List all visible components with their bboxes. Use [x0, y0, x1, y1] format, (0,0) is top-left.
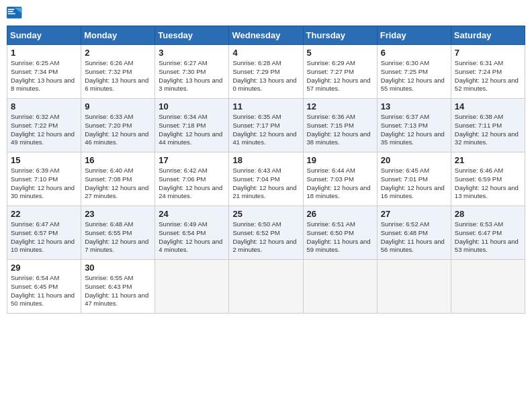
day-info: Sunrise: 6:45 AMSunset: 7:01 PMDaylight:… [381, 167, 447, 201]
calendar-week-row: 15Sunrise: 6:39 AMSunset: 7:10 PMDayligh… [7, 152, 525, 206]
day-number: 21 [455, 155, 521, 165]
day-info: Sunrise: 6:34 AMSunset: 7:18 PMDaylight:… [159, 113, 225, 147]
logo [7, 7, 26, 20]
day-info: Sunrise: 6:43 AMSunset: 7:04 PMDaylight:… [232, 167, 299, 201]
day-info: Sunrise: 6:39 AMSunset: 7:10 PMDaylight:… [11, 167, 77, 201]
day-info: Sunrise: 6:25 AMSunset: 7:34 PMDaylight:… [11, 59, 77, 93]
day-number: 14 [455, 101, 521, 111]
calendar-empty-cell [451, 260, 525, 314]
calendar-table: SundayMondayTuesdayWednesdayThursdayFrid… [7, 26, 525, 314]
calendar-day-cell: 7Sunrise: 6:31 AMSunset: 7:24 PMDaylight… [451, 45, 525, 99]
calendar-empty-cell [377, 260, 451, 314]
calendar-day-cell: 18Sunrise: 6:43 AMSunset: 7:04 PMDayligh… [229, 152, 303, 206]
day-number: 28 [455, 209, 521, 219]
calendar-header-tuesday: Tuesday [155, 26, 229, 45]
day-info: Sunrise: 6:48 AMSunset: 6:55 PMDaylight:… [85, 220, 151, 255]
calendar-day-cell: 5Sunrise: 6:29 AMSunset: 7:27 PMDaylight… [303, 45, 377, 99]
day-number: 2 [85, 48, 151, 58]
calendar-day-cell: 24Sunrise: 6:49 AMSunset: 6:54 PMDayligh… [155, 206, 229, 260]
day-number: 30 [85, 263, 151, 273]
day-info: Sunrise: 6:40 AMSunset: 7:08 PMDaylight:… [85, 167, 151, 201]
calendar-header-saturday: Saturday [451, 26, 525, 45]
calendar-header-row: SundayMondayTuesdayWednesdayThursdayFrid… [7, 26, 525, 45]
page-header [7, 7, 525, 20]
day-number: 13 [381, 101, 447, 111]
calendar-day-cell: 2Sunrise: 6:26 AMSunset: 7:32 PMDaylight… [81, 45, 155, 99]
calendar-empty-cell [229, 260, 303, 314]
day-number: 24 [159, 209, 225, 219]
calendar-day-cell: 8Sunrise: 6:32 AMSunset: 7:22 PMDaylight… [7, 99, 81, 152]
calendar-day-cell: 30Sunrise: 6:55 AMSunset: 6:43 PMDayligh… [81, 260, 155, 314]
day-number: 6 [381, 48, 447, 58]
day-number: 9 [85, 101, 151, 111]
calendar-day-cell: 23Sunrise: 6:48 AMSunset: 6:55 PMDayligh… [81, 206, 155, 260]
day-info: Sunrise: 6:31 AMSunset: 7:24 PMDaylight:… [455, 59, 521, 93]
day-info: Sunrise: 6:44 AMSunset: 7:03 PMDaylight:… [307, 167, 373, 201]
calendar-week-row: 22Sunrise: 6:47 AMSunset: 6:57 PMDayligh… [7, 206, 525, 260]
day-info: Sunrise: 6:47 AMSunset: 6:57 PMDaylight:… [11, 220, 77, 255]
calendar-day-cell: 9Sunrise: 6:33 AMSunset: 7:20 PMDaylight… [81, 99, 155, 152]
svg-rect-3 [8, 11, 13, 12]
day-number: 23 [85, 209, 151, 219]
calendar-day-cell: 26Sunrise: 6:51 AMSunset: 6:50 PMDayligh… [303, 206, 377, 260]
day-info: Sunrise: 6:46 AMSunset: 6:59 PMDaylight:… [455, 167, 521, 201]
calendar-day-cell: 20Sunrise: 6:45 AMSunset: 7:01 PMDayligh… [377, 152, 451, 206]
calendar-header-monday: Monday [81, 26, 155, 45]
day-number: 7 [455, 48, 521, 58]
day-info: Sunrise: 6:52 AMSunset: 6:48 PMDaylight:… [381, 220, 447, 255]
calendar-week-row: 1Sunrise: 6:25 AMSunset: 7:34 PMDaylight… [7, 45, 525, 99]
day-info: Sunrise: 6:50 AMSunset: 6:52 PMDaylight:… [232, 220, 299, 255]
calendar-day-cell: 4Sunrise: 6:28 AMSunset: 7:29 PMDaylight… [229, 45, 303, 99]
day-number: 25 [232, 209, 299, 219]
day-info: Sunrise: 6:38 AMSunset: 7:11 PMDaylight:… [455, 113, 521, 147]
day-info: Sunrise: 6:28 AMSunset: 7:29 PMDaylight:… [232, 59, 299, 93]
calendar-day-cell: 21Sunrise: 6:46 AMSunset: 6:59 PMDayligh… [451, 152, 525, 206]
day-number: 22 [11, 209, 77, 219]
day-info: Sunrise: 6:26 AMSunset: 7:32 PMDaylight:… [85, 59, 151, 93]
day-number: 17 [159, 155, 225, 165]
logo-icon [7, 7, 23, 20]
calendar-day-cell: 25Sunrise: 6:50 AMSunset: 6:52 PMDayligh… [229, 206, 303, 260]
calendar-body: 1Sunrise: 6:25 AMSunset: 7:34 PMDaylight… [7, 45, 525, 314]
day-info: Sunrise: 6:51 AMSunset: 6:50 PMDaylight:… [307, 220, 373, 255]
calendar-day-cell: 29Sunrise: 6:54 AMSunset: 6:45 PMDayligh… [7, 260, 81, 314]
calendar-header-wednesday: Wednesday [229, 26, 303, 45]
day-number: 10 [159, 101, 225, 111]
calendar-day-cell: 6Sunrise: 6:30 AMSunset: 7:25 PMDaylight… [377, 45, 451, 99]
day-info: Sunrise: 6:27 AMSunset: 7:30 PMDaylight:… [159, 59, 225, 93]
calendar-header-friday: Friday [377, 26, 451, 45]
calendar-day-cell: 17Sunrise: 6:42 AMSunset: 7:06 PMDayligh… [155, 152, 229, 206]
day-info: Sunrise: 6:54 AMSunset: 6:45 PMDaylight:… [11, 274, 77, 308]
calendar-header-sunday: Sunday [7, 26, 81, 45]
day-number: 11 [232, 101, 299, 111]
day-info: Sunrise: 6:37 AMSunset: 7:13 PMDaylight:… [381, 113, 447, 147]
day-info: Sunrise: 6:33 AMSunset: 7:20 PMDaylight:… [85, 113, 151, 147]
day-info: Sunrise: 6:29 AMSunset: 7:27 PMDaylight:… [307, 59, 373, 93]
day-info: Sunrise: 6:35 AMSunset: 7:17 PMDaylight:… [232, 113, 299, 147]
calendar-week-row: 29Sunrise: 6:54 AMSunset: 6:45 PMDayligh… [7, 260, 525, 314]
day-number: 18 [232, 155, 299, 165]
calendar-day-cell: 10Sunrise: 6:34 AMSunset: 7:18 PMDayligh… [155, 99, 229, 152]
calendar-day-cell: 19Sunrise: 6:44 AMSunset: 7:03 PMDayligh… [303, 152, 377, 206]
calendar-day-cell: 12Sunrise: 6:36 AMSunset: 7:15 PMDayligh… [303, 99, 377, 152]
day-number: 5 [307, 48, 373, 58]
day-number: 16 [85, 155, 151, 165]
day-number: 8 [11, 101, 77, 111]
svg-rect-4 [8, 13, 15, 15]
calendar-day-cell: 3Sunrise: 6:27 AMSunset: 7:30 PMDaylight… [155, 45, 229, 99]
day-info: Sunrise: 6:32 AMSunset: 7:22 PMDaylight:… [11, 113, 77, 147]
day-number: 4 [232, 48, 299, 58]
day-number: 15 [11, 155, 77, 165]
calendar-day-cell: 13Sunrise: 6:37 AMSunset: 7:13 PMDayligh… [377, 99, 451, 152]
day-number: 19 [307, 155, 373, 165]
calendar-day-cell: 27Sunrise: 6:52 AMSunset: 6:48 PMDayligh… [377, 206, 451, 260]
calendar-header-thursday: Thursday [303, 26, 377, 45]
day-info: Sunrise: 6:30 AMSunset: 7:25 PMDaylight:… [381, 59, 447, 93]
day-info: Sunrise: 6:53 AMSunset: 6:47 PMDaylight:… [455, 220, 521, 255]
svg-rect-2 [8, 9, 15, 10]
day-number: 29 [11, 263, 77, 273]
day-number: 27 [381, 209, 447, 219]
day-info: Sunrise: 6:55 AMSunset: 6:43 PMDaylight:… [85, 274, 151, 308]
day-info: Sunrise: 6:49 AMSunset: 6:54 PMDaylight:… [159, 220, 225, 255]
day-number: 1 [11, 48, 77, 58]
